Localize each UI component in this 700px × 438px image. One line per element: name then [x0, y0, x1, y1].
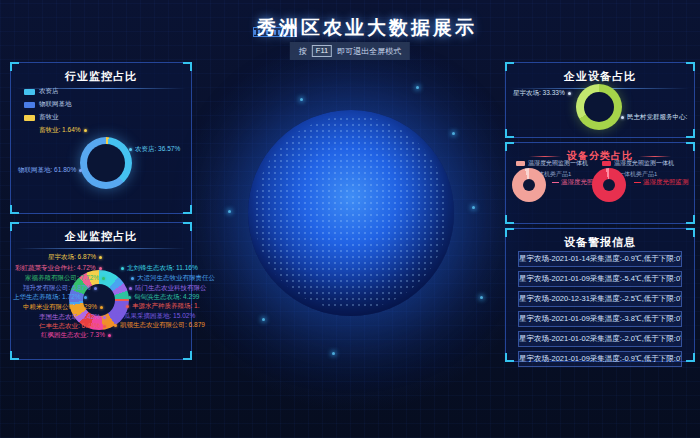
alarm-list: 星宇农场-2021-01-14采集温度:-0.9℃,低于下限:0℃ 星宇农场-2…	[518, 251, 682, 371]
callout-service-center: 民主村党群服务中心:	[621, 113, 687, 122]
industry-donut-chart[interactable]	[80, 137, 132, 189]
alarm-row: 星宇农场-2021-01-09采集温度:-5.4℃,低于下限:0℃	[518, 271, 682, 287]
callout-wulianwang: 物联网基地: 61.80%	[18, 166, 82, 175]
globe-visualization	[248, 110, 454, 316]
fullscreen-hint: 按 F11 即可退出全屏模式	[290, 42, 410, 60]
category-right-legend[interactable]: 温湿度光照监测一体机	[602, 159, 674, 168]
panel-device-ratio: 企业设备占比 星宇农场: 33.33% 民主村党群服务中心:	[505, 62, 695, 138]
particle-dot	[262, 318, 265, 321]
donut-hole	[523, 179, 535, 191]
panel-device-alarms: 设备警报信息 星宇农场-2021-01-14采集温度:-0.9℃,低于下限:0℃…	[505, 228, 695, 362]
title-divider	[16, 248, 186, 249]
callout-farm: 瓜果采摘园基地: 15.02%	[118, 312, 195, 321]
legend-label: 温湿度光照监测一体机	[614, 159, 674, 168]
donut-hole	[584, 92, 614, 122]
legend-label: 农资店	[39, 87, 59, 96]
panel-industry-ratio: 行业监控占比 农资店 物联网基地 畜牧业 畜牧业: 1.64% 农资店: 36.…	[10, 62, 192, 214]
callout-farm: 中粮米业有限公司: 7.29%	[23, 303, 103, 312]
panel-device-category: 设备分类占比 温湿度光照监测一体机 一体机类产品1 温湿度光照监测 温湿度光照监…	[505, 142, 695, 224]
callout-farm: 北刘锋生态农场: 11.16%	[121, 264, 198, 273]
category-right-pointer: 温湿度光照监测	[634, 178, 689, 187]
legend-label: 畜牧业	[39, 113, 59, 122]
category-right-donut[interactable]	[592, 168, 626, 202]
donut-hole	[87, 144, 125, 182]
alarm-row: 星宇农场-2021-01-02采集温度:-2.0℃,低于下限:0℃	[518, 331, 682, 347]
panel-enterprise-monitor: 企业监控占比 星宇农场: 6.87% 彩虹蔬菜专业合作社: 4.72% 家福养殖…	[10, 222, 192, 360]
category-left-legend[interactable]: 温湿度光照监测一体机	[516, 159, 588, 168]
legend-label: 温湿度光照监测一体机	[528, 159, 588, 168]
callout-farm: 李国生态农场: 3.42%	[39, 313, 106, 322]
callout-farm: 彩虹蔬菜专业合作社: 4.72%	[15, 264, 102, 273]
callout-farm: 丰源水产种质养殖场: 1.	[126, 302, 200, 311]
callout-farm: 甸甸浜生态农场: 4.299	[128, 293, 199, 302]
panel-alarms-title: 设备警报信息	[506, 235, 694, 250]
particle-dot	[480, 296, 483, 299]
panel-enterprise-title: 企业监控占比	[11, 229, 191, 244]
legend-item-nongzidian[interactable]: 农资店	[24, 87, 72, 96]
particle-dot	[332, 352, 335, 355]
legend-label: 物联网基地	[39, 100, 72, 109]
particle-dot	[228, 210, 231, 213]
legend-swatch	[24, 89, 35, 95]
callout-farm: 凯顿生态农业有限公司: 6.879	[114, 321, 205, 330]
callout-farm: 上华生态养殖场: 1.72%	[13, 293, 87, 302]
particle-dot	[472, 206, 475, 209]
industry-legend: 农资店 物联网基地 畜牧业	[24, 87, 72, 126]
callout-farm: 大运河生态牧业有限责任公	[131, 274, 215, 283]
callout-xingyu-farm: 星宇农场: 33.33%	[513, 89, 571, 98]
callout-farm: 家福养殖有限公司: 7.72%	[25, 274, 105, 283]
hint-suffix: 即可退出全屏模式	[337, 46, 401, 57]
callout-nongzidian: 农资店: 36.57%	[129, 145, 180, 154]
callout-xumuye: 畜牧业: 1.64%	[39, 126, 87, 135]
page-title: 秀洲区农业大数据展示	[0, 15, 700, 41]
callout-farm: 仁丰生态农业: 6.44%	[39, 322, 106, 331]
f11-keycap: F11	[312, 45, 332, 57]
legend-swatch	[516, 161, 525, 166]
callout-farm: 星宇农场: 6.87%	[48, 253, 102, 262]
alarm-row: 星宇农场-2021-01-09采集温度:-3.8℃,低于下限:0℃	[518, 311, 682, 327]
legend-swatch	[24, 115, 35, 121]
legend-item-xumuye[interactable]: 畜牧业	[24, 113, 72, 122]
category-left-donut[interactable]	[512, 168, 546, 202]
panel-industry-title: 行业监控占比	[11, 69, 191, 84]
particle-dot	[452, 132, 455, 135]
callout-farm: 红枫园生态农业: 7.3%	[41, 331, 111, 340]
callout-farm: 翔升发有限公司: 6.87%	[23, 284, 97, 293]
legend-swatch	[602, 161, 611, 166]
particle-dot	[300, 98, 303, 101]
donut-hole	[603, 179, 615, 191]
particle-dot	[416, 86, 419, 89]
alarm-row: 星宇农场-2021-01-14采集温度:-0.9℃,低于下限:0℃	[518, 251, 682, 267]
device-donut-chart[interactable]	[576, 84, 622, 130]
panel-device-title: 企业设备占比	[506, 69, 694, 84]
alarm-row: 星宇农场-2021-01-09采集温度:-0.9℃,低于下限:0℃	[518, 351, 682, 367]
legend-item-wulianwang[interactable]: 物联网基地	[24, 100, 72, 109]
callout-farm: 陆门生态农业科技有限公	[129, 284, 207, 293]
dashboard-root: 秀洲区农业大数据展示 按 F11 即可退出全屏模式 行业监控占比 农资店 物联网…	[0, 0, 700, 438]
alarm-row: 星宇农场-2020-12-31采集温度:-2.5℃,低于下限:0℃	[518, 291, 682, 307]
hint-prefix: 按	[299, 46, 307, 57]
legend-swatch	[24, 102, 35, 108]
